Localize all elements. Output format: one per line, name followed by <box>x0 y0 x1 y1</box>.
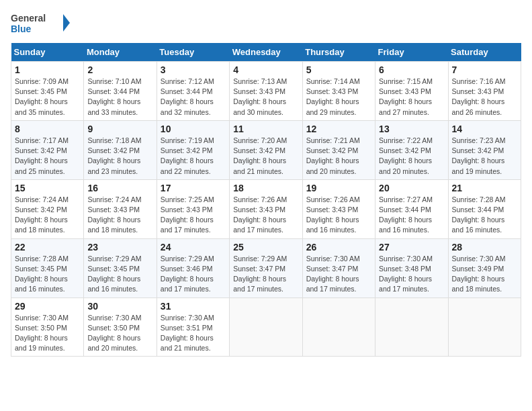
calendar-cell: 14Sunrise: 7:23 AMSunset: 3:42 PMDayligh… <box>448 120 521 179</box>
calendar-cell: 31Sunrise: 7:30 AMSunset: 3:51 PMDayligh… <box>157 298 229 357</box>
day-number: 13 <box>379 124 444 134</box>
calendar-cell: 16Sunrise: 7:24 AMSunset: 3:43 PMDayligh… <box>84 179 157 238</box>
day-detail: Sunrise: 7:29 AMSunset: 3:45 PMDaylight:… <box>87 255 141 293</box>
calendar-cell: 23Sunrise: 7:29 AMSunset: 3:45 PMDayligh… <box>84 238 157 298</box>
day-detail: Sunrise: 7:20 AMSunset: 3:42 PMDaylight:… <box>233 136 287 175</box>
day-number: 16 <box>87 183 152 193</box>
day-number: 18 <box>233 183 298 193</box>
calendar-cell: 26Sunrise: 7:30 AMSunset: 3:47 PMDayligh… <box>302 238 375 298</box>
calendar-cell: 4Sunrise: 7:13 AMSunset: 3:43 PMDaylight… <box>230 62 302 121</box>
calendar-cell: 3Sunrise: 7:12 AMSunset: 3:44 PMDaylight… <box>157 62 229 121</box>
calendar-week-4: 22Sunrise: 7:28 AMSunset: 3:45 PMDayligh… <box>11 238 521 298</box>
day-number: 14 <box>452 124 517 134</box>
day-detail: Sunrise: 7:30 AMSunset: 3:47 PMDaylight:… <box>306 255 360 293</box>
calendar-cell: 15Sunrise: 7:24 AMSunset: 3:42 PMDayligh… <box>11 179 84 238</box>
calendar-cell: 7Sunrise: 7:16 AMSunset: 3:43 PMDaylight… <box>448 62 521 121</box>
day-detail: Sunrise: 7:23 AMSunset: 3:42 PMDaylight:… <box>452 136 506 175</box>
day-number: 1 <box>15 64 80 75</box>
calendar-cell: 22Sunrise: 7:28 AMSunset: 3:45 PMDayligh… <box>11 238 84 298</box>
calendar-cell: 19Sunrise: 7:26 AMSunset: 3:43 PMDayligh… <box>302 179 375 238</box>
day-number: 22 <box>15 242 80 253</box>
day-number: 23 <box>87 242 152 253</box>
day-detail: Sunrise: 7:14 AMSunset: 3:43 PMDaylight:… <box>306 77 360 116</box>
calendar-cell: 5Sunrise: 7:14 AMSunset: 3:43 PMDaylight… <box>302 62 375 121</box>
day-number: 30 <box>87 301 152 312</box>
svg-text:Blue: Blue <box>11 24 32 34</box>
calendar-table: SundayMondayTuesdayWednesdayThursdayFrid… <box>11 43 521 357</box>
day-number: 21 <box>452 183 517 193</box>
day-detail: Sunrise: 7:18 AMSunset: 3:42 PMDaylight:… <box>87 136 141 175</box>
day-number: 7 <box>452 64 517 75</box>
day-number: 8 <box>15 124 80 134</box>
day-detail: Sunrise: 7:21 AMSunset: 3:42 PMDaylight:… <box>306 136 360 175</box>
logo-svg: General Blue <box>11 11 71 35</box>
day-number: 26 <box>306 242 371 253</box>
calendar-week-1: 1Sunrise: 7:09 AMSunset: 3:45 PMDaylight… <box>11 62 521 121</box>
calendar-cell: 30Sunrise: 7:30 AMSunset: 3:50 PMDayligh… <box>84 298 157 357</box>
day-detail: Sunrise: 7:26 AMSunset: 3:43 PMDaylight:… <box>306 195 360 234</box>
svg-text:General: General <box>11 13 46 24</box>
calendar-cell: 29Sunrise: 7:30 AMSunset: 3:50 PMDayligh… <box>11 298 84 357</box>
col-header-monday: Monday <box>84 43 157 62</box>
day-detail: Sunrise: 7:26 AMSunset: 3:43 PMDaylight:… <box>233 195 287 234</box>
col-header-tuesday: Tuesday <box>157 43 229 62</box>
day-detail: Sunrise: 7:30 AMSunset: 3:51 PMDaylight:… <box>161 314 214 353</box>
day-detail: Sunrise: 7:30 AMSunset: 3:48 PMDaylight:… <box>379 255 433 293</box>
calendar-cell: 21Sunrise: 7:28 AMSunset: 3:44 PMDayligh… <box>448 179 521 238</box>
day-number: 24 <box>161 242 226 253</box>
day-detail: Sunrise: 7:17 AMSunset: 3:42 PMDaylight:… <box>15 136 69 175</box>
day-number: 29 <box>15 301 80 312</box>
day-number: 9 <box>87 124 152 134</box>
day-number: 28 <box>452 242 517 253</box>
day-number: 20 <box>379 183 444 193</box>
day-detail: Sunrise: 7:15 AMSunset: 3:43 PMDaylight:… <box>379 77 433 116</box>
col-header-wednesday: Wednesday <box>230 43 302 62</box>
calendar-cell: 17Sunrise: 7:25 AMSunset: 3:43 PMDayligh… <box>157 179 229 238</box>
day-number: 12 <box>306 124 371 134</box>
calendar-cell: 28Sunrise: 7:30 AMSunset: 3:49 PMDayligh… <box>448 238 521 298</box>
day-detail: Sunrise: 7:25 AMSunset: 3:43 PMDaylight:… <box>161 195 214 234</box>
day-detail: Sunrise: 7:30 AMSunset: 3:50 PMDaylight:… <box>15 314 69 353</box>
day-detail: Sunrise: 7:24 AMSunset: 3:43 PMDaylight:… <box>87 195 141 234</box>
day-detail: Sunrise: 7:10 AMSunset: 3:44 PMDaylight:… <box>87 77 141 116</box>
col-header-saturday: Saturday <box>448 43 521 62</box>
calendar-cell: 20Sunrise: 7:27 AMSunset: 3:44 PMDayligh… <box>375 179 448 238</box>
day-number: 25 <box>233 242 298 253</box>
calendar-cell <box>230 298 302 357</box>
calendar-cell: 27Sunrise: 7:30 AMSunset: 3:48 PMDayligh… <box>375 238 448 298</box>
col-header-friday: Friday <box>375 43 448 62</box>
day-detail: Sunrise: 7:29 AMSunset: 3:47 PMDaylight:… <box>233 255 287 293</box>
day-detail: Sunrise: 7:30 AMSunset: 3:49 PMDaylight:… <box>452 255 506 293</box>
day-number: 15 <box>15 183 80 193</box>
logo: General Blue <box>11 11 71 35</box>
day-detail: Sunrise: 7:28 AMSunset: 3:45 PMDaylight:… <box>15 255 69 293</box>
day-detail: Sunrise: 7:28 AMSunset: 3:44 PMDaylight:… <box>452 195 506 234</box>
day-detail: Sunrise: 7:12 AMSunset: 3:44 PMDaylight:… <box>161 77 214 116</box>
calendar-cell: 6Sunrise: 7:15 AMSunset: 3:43 PMDaylight… <box>375 62 448 121</box>
day-detail: Sunrise: 7:16 AMSunset: 3:43 PMDaylight:… <box>452 77 506 116</box>
day-detail: Sunrise: 7:19 AMSunset: 3:42 PMDaylight:… <box>161 136 214 175</box>
header-row: SundayMondayTuesdayWednesdayThursdayFrid… <box>11 43 521 62</box>
day-number: 6 <box>379 64 444 75</box>
day-detail: Sunrise: 7:27 AMSunset: 3:44 PMDaylight:… <box>379 195 433 234</box>
page-header: General Blue <box>11 11 521 35</box>
col-header-sunday: Sunday <box>11 43 84 62</box>
calendar-week-5: 29Sunrise: 7:30 AMSunset: 3:50 PMDayligh… <box>11 298 521 357</box>
day-detail: Sunrise: 7:29 AMSunset: 3:46 PMDaylight:… <box>161 255 214 293</box>
calendar-cell <box>448 298 521 357</box>
svg-marker-2 <box>63 14 70 32</box>
day-number: 11 <box>233 124 298 134</box>
calendar-week-2: 8Sunrise: 7:17 AMSunset: 3:42 PMDaylight… <box>11 120 521 179</box>
day-number: 5 <box>306 64 371 75</box>
calendar-cell: 10Sunrise: 7:19 AMSunset: 3:42 PMDayligh… <box>157 120 229 179</box>
calendar-cell: 13Sunrise: 7:22 AMSunset: 3:42 PMDayligh… <box>375 120 448 179</box>
calendar-cell: 2Sunrise: 7:10 AMSunset: 3:44 PMDaylight… <box>84 62 157 121</box>
calendar-cell: 18Sunrise: 7:26 AMSunset: 3:43 PMDayligh… <box>230 179 302 238</box>
day-detail: Sunrise: 7:24 AMSunset: 3:42 PMDaylight:… <box>15 195 69 234</box>
day-number: 2 <box>87 64 152 75</box>
day-detail: Sunrise: 7:22 AMSunset: 3:42 PMDaylight:… <box>379 136 433 175</box>
day-number: 3 <box>161 64 226 75</box>
day-detail: Sunrise: 7:13 AMSunset: 3:43 PMDaylight:… <box>233 77 287 116</box>
day-number: 10 <box>161 124 226 134</box>
calendar-week-3: 15Sunrise: 7:24 AMSunset: 3:42 PMDayligh… <box>11 179 521 238</box>
